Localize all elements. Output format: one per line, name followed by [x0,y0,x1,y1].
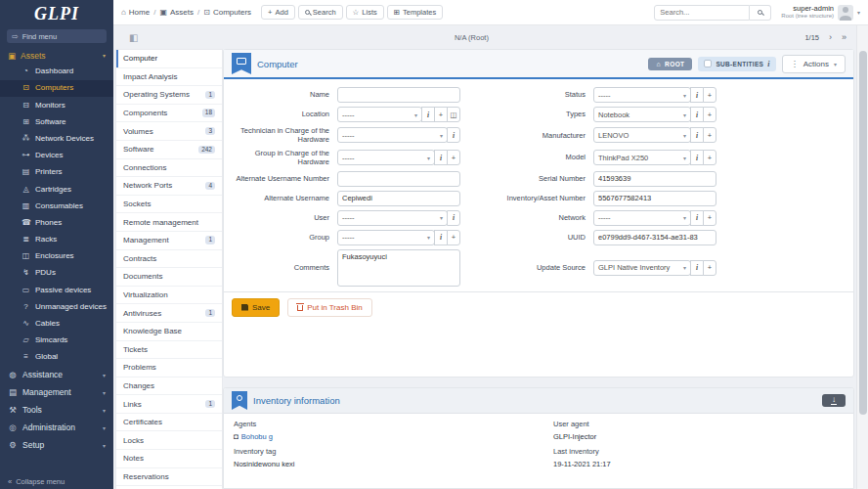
tab-antiviruses[interactable]: Antiviruses1 [116,304,222,323]
types-select[interactable]: Notebook▾ [593,107,691,122]
tab-certificates[interactable]: Certificates [116,414,222,432]
sidebar-item-devices[interactable]: ⊶Devices [0,148,113,164]
model-select[interactable]: ThinkPad X250▾ [593,150,691,165]
sidebar-item-simcards[interactable]: ▱Simcards [0,333,113,349]
sidebar-item-pdus[interactable]: ↯PDUs [0,265,113,282]
tab-operating-systems[interactable]: Operating Systems1 [116,86,222,105]
save-button[interactable]: Save [232,298,280,317]
sidebar-item-global[interactable]: ≡Global [0,349,113,366]
tab-remote-management[interactable]: Remote management [116,213,222,232]
tab-management[interactable]: Management1 [116,232,222,250]
put-in-trash-button[interactable]: Put in Trash Bin [287,298,371,317]
tab-notes[interactable]: Notes [116,450,222,468]
tab-components[interactable]: Components18 [116,105,222,123]
info-button[interactable]: i [421,107,435,122]
sidebar-item-passive-devices[interactable]: ▭Passive devices [0,282,113,298]
tab-sockets[interactable]: Sockets [116,196,222,214]
technician-in-charge-of-the-hardware-select[interactable]: -----▾ [337,127,448,143]
group-select[interactable]: -----▾ [337,230,435,245]
add-option-button[interactable]: + [703,107,716,122]
tab-links[interactable]: Links1 [116,395,222,414]
download-inventory-button[interactable]: ↓ [822,394,846,407]
search-button[interactable] [750,5,771,21]
user-menu[interactable]: super-admin Root (tree structure) ▾ [781,4,860,20]
sidebar-item-computers[interactable]: ⊡Computers [0,80,113,97]
info-button[interactable]: i [447,127,460,143]
tab-connections[interactable]: Connections [116,159,222,178]
map-button[interactable]: ◫ [447,107,460,122]
tab-impact-analysis[interactable]: Impact Analysis [116,68,222,87]
info-button[interactable]: i [434,230,448,245]
add-option-button[interactable]: + [703,210,716,226]
tab-software[interactable]: Software242 [116,141,222,159]
add-option-button[interactable]: + [703,150,716,165]
tab-locks[interactable]: Locks [116,431,222,450]
tab-tickets[interactable]: Tickets [116,341,222,360]
info-button[interactable]: i [434,150,448,165]
sub-entities-checkbox[interactable] [704,60,712,67]
add-option-button[interactable]: + [703,87,716,103]
add-button[interactable]: +Add [261,5,295,20]
add-option-button[interactable]: + [447,150,460,165]
scrollbar-track[interactable] [856,25,868,489]
uuid-input[interactable] [593,230,716,245]
sidebar-item-monitors[interactable]: ⊟Monitors [0,97,113,113]
templates-button[interactable]: ⊞Templates [387,5,443,20]
info-button[interactable]: i [447,210,460,226]
serial-number-input[interactable] [593,171,716,187]
add-option-button[interactable]: + [703,260,716,276]
info-button[interactable]: i [690,260,704,276]
sidebar-item-printers[interactable]: ▤Printers [0,164,113,181]
add-option-button[interactable]: + [434,107,448,122]
status-select[interactable]: -----▾ [593,87,691,103]
search-button[interactable]: Search [298,5,343,20]
tab-contracts[interactable]: Contracts [116,250,222,269]
sidebar-item-software[interactable]: ⊞Software [0,114,113,131]
name-input[interactable] [337,87,460,103]
agent-link[interactable]: ◘Bohobu g [234,432,524,441]
sidebar-item-racks[interactable]: ≣Racks [0,232,113,248]
location-select[interactable]: -----▾ [337,107,422,122]
collapse-menu-button[interactable]: « Collapse menu [0,477,113,486]
tab-virtualization[interactable]: Virtualization [116,287,222,305]
sidebar-section-assets[interactable]: ▣ Assets ▾ [0,47,113,64]
tab-knowledge-base[interactable]: Knowledge Base [116,323,222,341]
next-record-icon[interactable]: › [829,33,832,42]
sidebar-item-consumables[interactable]: ▥Consumables [0,199,113,215]
add-option-button[interactable]: + [703,127,716,143]
actions-button[interactable]: ⋮ Actions ▾ [782,55,846,73]
sidebar-section-setup[interactable]: ⚙Setup▾ [0,436,113,454]
user-select[interactable]: -----▾ [337,210,448,226]
sidebar-item-network-devices[interactable]: ⁂Network Devices [0,131,113,148]
breadcrumb-computers[interactable]: ⊡Computers [203,8,251,17]
tab-reservations[interactable]: Reservations [116,468,222,487]
scrollbar-thumb[interactable] [859,51,867,415]
sidebar-item-cartridges[interactable]: ◬Cartridges [0,181,113,198]
manufacturer-select[interactable]: LENOVO▾ [593,127,691,143]
group-in-charge-of-the-hardware-select[interactable]: -----▾ [337,150,435,165]
comments-textarea[interactable] [337,249,460,287]
info-button[interactable]: i [690,210,704,226]
breadcrumb-assets[interactable]: ▣Assets [159,8,194,17]
tab-computer[interactable]: Computer [116,50,222,68]
last-record-icon[interactable]: » [842,33,846,42]
sidebar-item-enclosures[interactable]: ◫Enclosures [0,248,113,265]
sidebar-section-management[interactable]: ▤Management▾ [0,383,113,401]
alternate-username-number-input[interactable] [337,171,460,187]
glpi-logo[interactable]: GLPI [0,0,113,27]
sidebar-toggle-icon[interactable]: ◧ [129,32,138,43]
add-option-button[interactable]: + [447,230,460,245]
sub-entities-toggle[interactable]: SUB-ENTITIES i [698,57,775,71]
update-source-select[interactable]: GLPI Native Inventory▾ [593,260,691,276]
info-button[interactable]: i [690,107,704,122]
alternate-username-input[interactable] [337,191,460,206]
lists-button[interactable]: ☆Lists [346,5,384,20]
network-select[interactable]: -----▾ [593,210,691,226]
inventory-asset-number-input[interactable] [593,191,716,206]
tab-volumes[interactable]: Volumes3 [116,122,222,141]
sidebar-section-administration[interactable]: ◎Administration▾ [0,419,113,436]
sidebar-section-assistance[interactable]: ◍Assistance▾ [0,366,113,383]
tab-documents[interactable]: Documents [116,268,222,287]
sidebar-item-phones[interactable]: ☎Phones [0,215,113,232]
info-button[interactable]: i [690,150,704,165]
